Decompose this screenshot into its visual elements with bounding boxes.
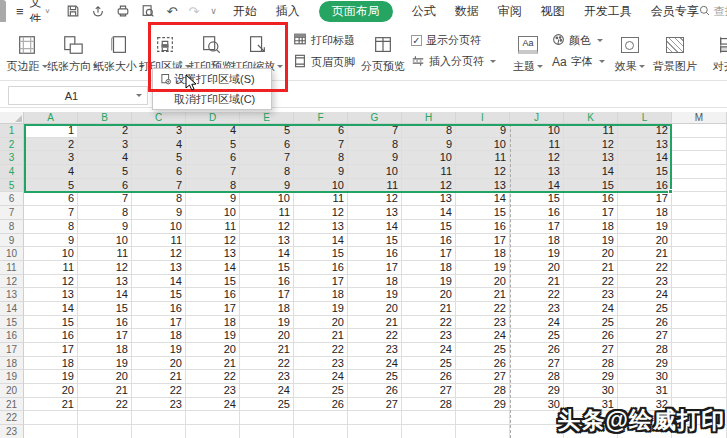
cell-G9[interactable]: 15 — [348, 234, 402, 248]
cell-L16[interactable]: 27 — [618, 329, 672, 343]
cell-F8[interactable]: 13 — [294, 220, 348, 234]
cell-E16[interactable]: 20 — [240, 329, 294, 343]
cell-M21[interactable] — [672, 398, 727, 412]
row-header-20[interactable]: 20 — [0, 384, 24, 398]
cell-K8[interactable]: 18 — [564, 220, 618, 234]
cell-L6[interactable]: 17 — [618, 192, 672, 206]
cell-L4[interactable]: 15 — [618, 165, 672, 179]
cell-F13[interactable]: 18 — [294, 288, 348, 302]
cell-H4[interactable]: 11 — [402, 165, 456, 179]
cell-I9[interactable]: 17 — [456, 234, 510, 248]
cell-D13[interactable]: 16 — [186, 288, 240, 302]
cell-K1[interactable]: 11 — [564, 124, 618, 138]
cell-E5[interactable]: 9 — [240, 179, 294, 193]
cell-M6[interactable] — [672, 192, 727, 206]
cell-J19[interactable]: 28 — [510, 370, 564, 384]
cell-B8[interactable]: 9 — [78, 220, 132, 234]
cell-H9[interactable]: 16 — [402, 234, 456, 248]
cell-K9[interactable]: 19 — [564, 234, 618, 248]
cell-G11[interactable]: 17 — [348, 261, 402, 275]
cell-A23[interactable] — [24, 425, 78, 438]
hamburger-menu-icon[interactable]: ≡ — [16, 4, 24, 19]
cell-C1[interactable]: 3 — [132, 124, 186, 138]
cell-A1[interactable]: 1 — [24, 124, 78, 138]
cell-A6[interactable]: 6 — [24, 192, 78, 206]
cell-J23[interactable] — [510, 425, 564, 438]
cell-A20[interactable]: 20 — [24, 384, 78, 398]
cell-D16[interactable]: 19 — [186, 329, 240, 343]
cell-E15[interactable]: 19 — [240, 316, 294, 330]
cell-J20[interactable]: 29 — [510, 384, 564, 398]
cell-A8[interactable]: 8 — [24, 220, 78, 234]
cell-B16[interactable]: 17 — [78, 329, 132, 343]
cell-D21[interactable]: 24 — [186, 398, 240, 412]
cell-M14[interactable] — [672, 302, 727, 316]
row-header-2[interactable]: 2 — [0, 138, 24, 152]
cell-K2[interactable]: 12 — [564, 138, 618, 152]
cell-D20[interactable]: 23 — [186, 384, 240, 398]
insert-page-break-button[interactable]: 插入分页符 — [411, 54, 496, 70]
cell-K19[interactable]: 29 — [564, 370, 618, 384]
column-header-L[interactable]: L — [618, 112, 672, 124]
toolbar-more-icon[interactable]: ∨ — [210, 6, 217, 16]
cell-G23[interactable] — [348, 425, 402, 438]
cell-B13[interactable]: 14 — [78, 288, 132, 302]
column-header-E[interactable]: E — [240, 112, 294, 124]
cell-H13[interactable]: 20 — [402, 288, 456, 302]
cell-H2[interactable]: 9 — [402, 138, 456, 152]
menu-item-cancel-print-area[interactable]: 取消打印区域(C) — [153, 89, 271, 109]
column-header-J[interactable]: J — [510, 112, 564, 124]
cell-G2[interactable]: 8 — [348, 138, 402, 152]
cell-M2[interactable] — [672, 138, 727, 152]
cell-K22[interactable] — [564, 411, 618, 425]
cell-F4[interactable]: 9 — [294, 165, 348, 179]
cell-C10[interactable]: 12 — [132, 247, 186, 261]
cell-M22[interactable] — [672, 411, 727, 425]
cell-I18[interactable]: 26 — [456, 357, 510, 371]
row-header-21[interactable]: 21 — [0, 398, 24, 412]
cell-A22[interactable] — [24, 411, 78, 425]
cell-B23[interactable] — [78, 425, 132, 438]
cell-C23[interactable] — [132, 425, 186, 438]
align-button[interactable]: 对齐 — [708, 24, 727, 78]
cell-H18[interactable]: 25 — [402, 357, 456, 371]
cell-J4[interactable]: 13 — [510, 165, 564, 179]
cell-G19[interactable]: 25 — [348, 370, 402, 384]
cell-A17[interactable]: 17 — [24, 343, 78, 357]
cell-K18[interactable]: 28 — [564, 357, 618, 371]
cell-F21[interactable]: 26 — [294, 398, 348, 412]
cell-M1[interactable] — [672, 124, 727, 138]
row-header-10[interactable]: 10 — [0, 247, 24, 261]
save-icon[interactable] — [66, 4, 80, 18]
cell-K7[interactable]: 17 — [564, 206, 618, 220]
cell-F5[interactable]: 10 — [294, 179, 348, 193]
cell-H17[interactable]: 24 — [402, 343, 456, 357]
cell-D23[interactable] — [186, 425, 240, 438]
cell-K6[interactable]: 16 — [564, 192, 618, 206]
cell-J2[interactable]: 11 — [510, 138, 564, 152]
cell-L12[interactable]: 23 — [618, 275, 672, 289]
cell-C4[interactable]: 6 — [132, 165, 186, 179]
tab-公式[interactable]: 公式 — [412, 3, 436, 20]
header-footer-button[interactable]: 页眉页脚 — [293, 54, 355, 70]
cell-J15[interactable]: 24 — [510, 316, 564, 330]
cell-I6[interactable]: 14 — [456, 192, 510, 206]
cell-M7[interactable] — [672, 206, 727, 220]
column-header-K[interactable]: K — [564, 112, 618, 124]
row-header-3[interactable]: 3 — [0, 151, 24, 165]
cell-K13[interactable]: 23 — [564, 288, 618, 302]
cell-H5[interactable]: 12 — [402, 179, 456, 193]
cell-A19[interactable]: 19 — [24, 370, 78, 384]
page-break-preview-button[interactable]: 分页预览 — [360, 24, 406, 78]
cell-A10[interactable]: 10 — [24, 247, 78, 261]
cell-D17[interactable]: 20 — [186, 343, 240, 357]
cell-F22[interactable] — [294, 411, 348, 425]
cell-J6[interactable]: 15 — [510, 192, 564, 206]
row-header-19[interactable]: 19 — [0, 370, 24, 384]
cell-D7[interactable]: 10 — [186, 206, 240, 220]
cell-C3[interactable]: 5 — [132, 151, 186, 165]
cell-D19[interactable]: 22 — [186, 370, 240, 384]
cell-G14[interactable]: 20 — [348, 302, 402, 316]
cell-B6[interactable]: 7 — [78, 192, 132, 206]
cell-M23[interactable] — [672, 425, 727, 438]
